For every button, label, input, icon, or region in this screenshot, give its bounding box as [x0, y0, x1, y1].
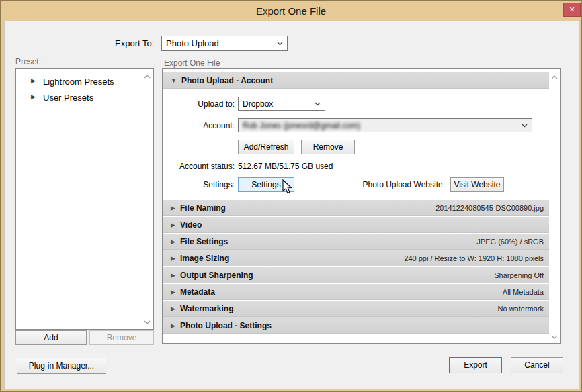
window-title: Export One File — [1, 5, 581, 17]
scroll-down-icon[interactable] — [144, 320, 151, 324]
preset-add-label: Add — [44, 333, 58, 342]
upload-to-value: Dropbox — [243, 99, 273, 109]
section-row-photo-upload-settings[interactable]: ▶ Photo Upload - Settings — [163, 317, 549, 334]
section-summary: Sharpening Off — [494, 271, 544, 279]
settings-label: Settings: — [163, 180, 235, 189]
scroll-up-icon[interactable] — [144, 75, 151, 79]
expand-triangle-icon: ▶ — [171, 272, 175, 279]
chevron-down-icon — [522, 124, 528, 128]
account-value: Rob Jones (jonesrd@gmail.com) — [243, 121, 360, 130]
section-title: File Naming — [180, 203, 226, 213]
section-summary: 20141224080545-DSC00890.jpg — [435, 204, 544, 212]
account-remove-button[interactable]: Remove — [301, 140, 355, 154]
section-title: Video — [180, 220, 202, 230]
export-label: Export — [464, 360, 487, 370]
visit-website-button[interactable]: Visit Website — [450, 177, 504, 192]
account-status-value: 512.67 MB/51.75 GB used — [238, 162, 333, 171]
section-title: Metadata — [180, 287, 215, 297]
plugin-manager-label: Plug-in Manager... — [29, 361, 94, 371]
export-to-select[interactable]: Photo Upload — [161, 36, 288, 51]
section-summary: No watermark — [498, 305, 544, 313]
close-button[interactable]: ✕ — [563, 3, 581, 17]
section-row-video[interactable]: ▶ Video — [163, 217, 549, 233]
chevron-down-icon — [277, 42, 283, 46]
section-title: Output Sharpening — [180, 271, 253, 280]
expand-triangle-icon: ▶ — [171, 305, 175, 312]
upload-to-select[interactable]: Dropbox — [238, 97, 325, 111]
expand-triangle-icon[interactable]: ▶ — [31, 93, 36, 100]
section-row-metadata[interactable]: ▶ Metadata All Metadata — [163, 284, 549, 300]
expand-triangle-icon: ▶ — [171, 322, 175, 329]
section-title: Watermarking — [180, 304, 234, 313]
section-row-file-naming[interactable]: ▶ File Naming 20141224080545-DSC00890.jp… — [163, 200, 549, 216]
section-summary: 240 ppi / Resize to W: 1920 H: 1080 pixe… — [404, 254, 544, 262]
mouse-cursor-icon — [282, 179, 294, 195]
account-select[interactable]: Rob Jones (jonesrd@gmail.com) — [238, 118, 532, 132]
titlebar[interactable]: Export One File ✕ — [1, 1, 581, 21]
expand-triangle-icon[interactable]: ▶ — [31, 77, 36, 84]
section-summary: All Metadata — [503, 288, 544, 296]
preset-add-button[interactable]: Add — [15, 330, 87, 345]
expand-triangle-icon: ▶ — [171, 205, 175, 211]
close-icon: ✕ — [569, 5, 575, 14]
section-title: Image Sizing — [180, 254, 229, 263]
account-status-label: Account status: — [163, 162, 235, 171]
export-to-value: Photo Upload — [166, 38, 219, 48]
preset-item-label: User Presets — [43, 93, 93, 103]
preset-list[interactable]: ▶ Lightroom Presets ▶ User Presets — [15, 68, 154, 330]
add-refresh-button[interactable]: Add/Refresh — [238, 140, 294, 154]
section-row-output-sharpening[interactable]: ▶ Output Sharpening Sharpening Off — [163, 267, 549, 283]
preset-item-user-presets[interactable]: ▶ User Presets — [16, 91, 153, 107]
section-title: Photo Upload - Settings — [180, 321, 272, 330]
expand-triangle-icon: ▶ — [171, 238, 175, 245]
account-label: Account: — [163, 121, 235, 130]
account-remove-label: Remove — [313, 142, 343, 152]
scroll-up-icon[interactable] — [551, 75, 558, 79]
section-row-image-sizing[interactable]: ▶ Image Sizing 240 ppi / Resize to W: 19… — [163, 250, 549, 266]
plugin-manager-button[interactable]: Plug-in Manager... — [17, 358, 106, 374]
preset-item-lightroom-presets[interactable]: ▶ Lightroom Presets — [16, 75, 153, 91]
scroll-down-icon[interactable] — [551, 335, 558, 339]
preset-item-label: Lightroom Presets — [43, 77, 114, 87]
preset-remove-button[interactable]: Remove — [89, 330, 154, 345]
export-to-label: Export To: — [115, 38, 154, 48]
chevron-down-icon — [315, 102, 321, 106]
section-header-photo-upload-account[interactable]: ▼ Photo Upload - Account — [163, 72, 549, 89]
export-button[interactable]: Export — [449, 357, 502, 373]
add-refresh-label: Add/Refresh — [244, 142, 289, 152]
cancel-button[interactable]: Cancel — [511, 357, 563, 373]
photo-upload-website-label: Photo Upload Website: — [351, 180, 445, 189]
section-title: Photo Upload - Account — [181, 76, 273, 85]
main-panel-label: Export One File — [164, 58, 220, 68]
expand-triangle-icon: ▶ — [171, 222, 175, 228]
section-row-watermarking[interactable]: ▶ Watermarking No watermark — [163, 301, 549, 317]
export-dialog-window: Export One File ✕ Export To: Photo Uploa… — [0, 0, 582, 392]
preset-remove-label: Remove — [107, 333, 137, 342]
settings-button-label: Settings — [251, 180, 280, 189]
export-settings-panel: ▼ Photo Upload - Account Upload to: Drop… — [162, 68, 561, 344]
section-summary: JPEG (60%) / sRGB — [476, 238, 544, 246]
expand-triangle-icon: ▶ — [171, 289, 175, 295]
preset-label: Preset: — [15, 57, 41, 66]
collapse-triangle-icon: ▼ — [171, 77, 177, 84]
section-row-file-settings[interactable]: ▶ File Settings JPEG (60%) / sRGB — [163, 234, 549, 250]
expand-triangle-icon: ▶ — [171, 255, 175, 262]
section-title: File Settings — [180, 237, 228, 246]
cancel-label: Cancel — [524, 360, 549, 370]
upload-to-label: Upload to: — [163, 99, 235, 109]
visit-website-label: Visit Website — [454, 180, 501, 189]
